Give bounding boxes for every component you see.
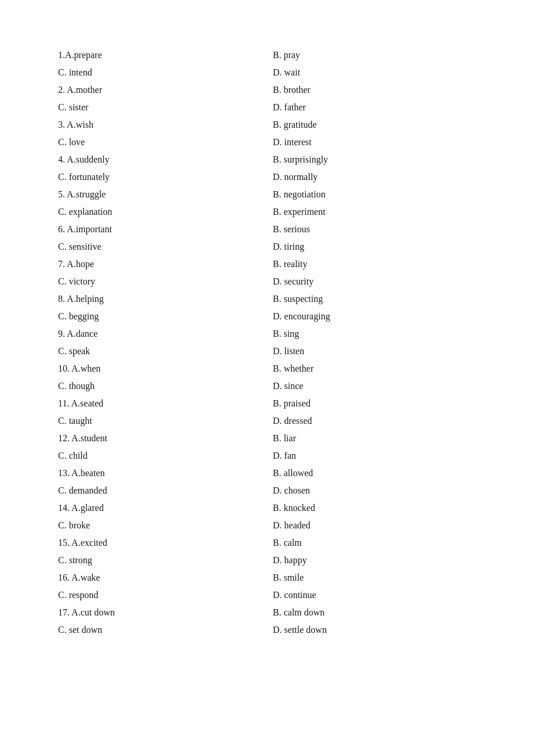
question-3-d: D. interest	[273, 134, 476, 151]
question-7-a: 7. A.hope	[58, 255, 261, 273]
question-1-a: 1.A.prepare	[58, 46, 261, 64]
question-11-c: C. taught	[58, 412, 261, 430]
question-4-b: B. surprisingly	[273, 151, 476, 168]
question-14-a: 14. A.glared	[58, 499, 261, 517]
question-10-b: B. whether	[273, 360, 476, 377]
question-2-b: B. brother	[273, 81, 476, 99]
question-8-b: B. suspecting	[273, 290, 476, 308]
question-15-d: D. happy	[273, 552, 476, 569]
question-6-c: C. sensitive	[58, 238, 261, 255]
question-16-b: B. smile	[273, 569, 476, 586]
question-15-a: 15. A.excited	[58, 534, 261, 552]
question-17-d: D. settle down	[273, 621, 476, 639]
question-7-c: C. victory	[58, 273, 261, 290]
question-10-a: 10. A.when	[58, 360, 261, 377]
question-17-c: C. set down	[58, 621, 261, 639]
question-1-b: B. pray	[273, 46, 476, 64]
question-16-c: C. respond	[58, 586, 261, 604]
question-12-d: D. fan	[273, 447, 476, 465]
question-4-a: 4. A.suddenly	[58, 151, 261, 168]
question-10-d: D. since	[273, 377, 476, 395]
question-13-d: D. chosen	[273, 482, 476, 499]
question-2-a: 2. A.mother	[58, 81, 261, 99]
question-4-c: C. fortunately	[58, 168, 261, 186]
question-5-c: C. explanation	[58, 203, 261, 221]
question-5-a: 5. A.struggle	[58, 186, 261, 203]
question-6-a: 6. A.important	[58, 221, 261, 238]
question-8-c: C. begging	[58, 308, 261, 325]
question-15-c: C. strong	[58, 552, 261, 569]
question-16-a: 16. A.wake	[58, 569, 261, 586]
question-14-c: C. broke	[58, 517, 261, 534]
question-11-b: B. praised	[273, 395, 476, 412]
question-3-c: C. love	[58, 134, 261, 151]
question-3-b: B. gratitude	[273, 116, 476, 134]
question-13-c: C. demanded	[58, 482, 261, 499]
question-4-d: D. normally	[273, 168, 476, 186]
question-15-b: B. calm	[273, 534, 476, 552]
question-9-b: B. sing	[273, 325, 476, 343]
question-12-b: B. liar	[273, 430, 476, 447]
question-5-b: B. negotiation	[273, 186, 476, 203]
question-13-b: B. allowed	[273, 465, 476, 482]
question-7-b: B. reality	[273, 255, 476, 273]
question-2-c: C. sister	[58, 99, 261, 116]
question-11-a: 11. A.seated	[58, 395, 261, 412]
question-12-c: C. child	[58, 447, 261, 465]
question-16-d: D. continue	[273, 586, 476, 604]
question-grid: 1.A.prepareB. prayC. intendD. wait2. A.m…	[58, 46, 476, 639]
question-6-d: D. tiring	[273, 238, 476, 255]
question-1-d: D. wait	[273, 64, 476, 81]
question-12-a: 12. A.student	[58, 430, 261, 447]
question-6-b: B. serious	[273, 221, 476, 238]
question-14-b: B. knocked	[273, 499, 476, 517]
question-9-a: 9. A.dance	[58, 325, 261, 343]
question-17-b: B. calm down	[273, 604, 476, 621]
question-13-a: 13. A.beaten	[58, 465, 261, 482]
question-9-c: C. speak	[58, 343, 261, 360]
question-1-c: C. intend	[58, 64, 261, 81]
question-3-a: 3. A.wish	[58, 116, 261, 134]
question-7-d: D. security	[273, 273, 476, 290]
question-5-d: B. experiment	[273, 203, 476, 221]
question-14-d: D. headed	[273, 517, 476, 534]
question-11-d: D. dressed	[273, 412, 476, 430]
question-8-a: 8. A.helping	[58, 290, 261, 308]
question-17-a: 17. A.cut down	[58, 604, 261, 621]
question-8-d: D. encouraging	[273, 308, 476, 325]
question-10-c: C. though	[58, 377, 261, 395]
question-2-d: D. father	[273, 99, 476, 116]
question-9-d: D. listen	[273, 343, 476, 360]
